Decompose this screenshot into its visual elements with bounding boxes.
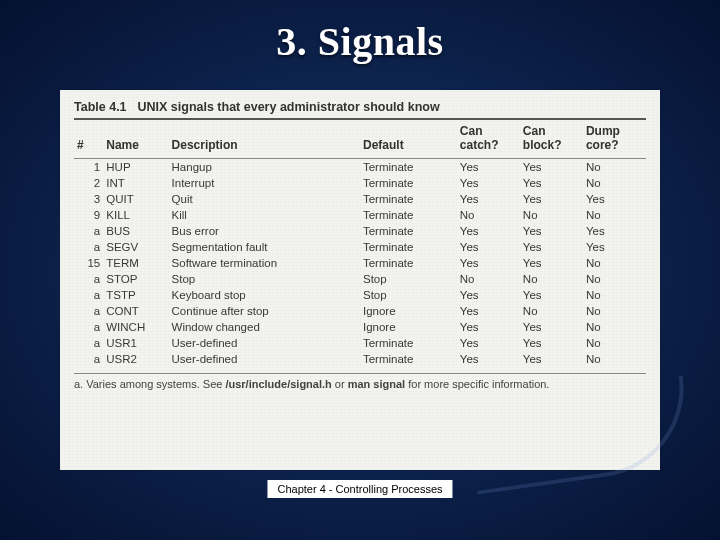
cell-num: 9	[74, 207, 103, 223]
col-header-name: Name	[103, 119, 168, 159]
cell-num: a	[74, 351, 103, 367]
cell-catch: Yes	[457, 223, 520, 239]
cell-core: No	[583, 303, 646, 319]
cell-name: STOP	[103, 271, 168, 287]
cell-block: Yes	[520, 351, 583, 367]
cell-core: No	[583, 255, 646, 271]
col-header-core: Dump core?	[583, 119, 646, 159]
table-caption-row: Table 4.1 UNIX signals that every admini…	[74, 100, 646, 114]
cell-block: No	[520, 271, 583, 287]
cell-name: SEGV	[103, 239, 168, 255]
cell-desc: Segmentation fault	[169, 239, 360, 255]
cell-catch: Yes	[457, 335, 520, 351]
cell-num: a	[74, 223, 103, 239]
cell-core: No	[583, 159, 646, 176]
table-row: aBUSBus errorTerminateYesYesYes	[74, 223, 646, 239]
cell-catch: Yes	[457, 191, 520, 207]
signals-table: # Name Description Default Can catch? Ca…	[74, 118, 646, 367]
cell-name: WINCH	[103, 319, 168, 335]
table-row: aTSTPKeyboard stopStopYesYesNo	[74, 287, 646, 303]
cell-num: a	[74, 319, 103, 335]
table-row: 3QUITQuitTerminateYesYesYes	[74, 191, 646, 207]
cell-catch: Yes	[457, 287, 520, 303]
col-header-num: #	[74, 119, 103, 159]
table-body: 1HUPHangupTerminateYesYesNo2INTInterrupt…	[74, 159, 646, 368]
cell-desc: Continue after stop	[169, 303, 360, 319]
cell-num: 3	[74, 191, 103, 207]
table-row: aUSR1User-definedTerminateYesYesNo	[74, 335, 646, 351]
table-row: 1HUPHangupTerminateYesYesNo	[74, 159, 646, 176]
cell-desc: Software termination	[169, 255, 360, 271]
cell-def: Terminate	[360, 159, 457, 176]
cell-desc: Quit	[169, 191, 360, 207]
cell-def: Stop	[360, 271, 457, 287]
cell-name: TERM	[103, 255, 168, 271]
table-row: aCONTContinue after stopIgnoreYesNoNo	[74, 303, 646, 319]
col-header-block: Can block?	[520, 119, 583, 159]
cell-num: 2	[74, 175, 103, 191]
footnote-prefix: a. Varies among systems. See	[74, 378, 225, 390]
cell-name: USR1	[103, 335, 168, 351]
cell-catch: Yes	[457, 351, 520, 367]
cell-desc: Hangup	[169, 159, 360, 176]
cell-core: Yes	[583, 191, 646, 207]
cell-core: Yes	[583, 239, 646, 255]
cell-desc: Kill	[169, 207, 360, 223]
cell-desc: User-defined	[169, 335, 360, 351]
cell-def: Terminate	[360, 239, 457, 255]
cell-core: No	[583, 207, 646, 223]
cell-name: INT	[103, 175, 168, 191]
cell-desc: Window changed	[169, 319, 360, 335]
col-header-def: Default	[360, 119, 457, 159]
cell-core: No	[583, 319, 646, 335]
footnote-suffix: for more specific information.	[405, 378, 549, 390]
cell-block: Yes	[520, 255, 583, 271]
cell-def: Stop	[360, 287, 457, 303]
cell-catch: Yes	[457, 303, 520, 319]
cell-num: a	[74, 303, 103, 319]
cell-name: QUIT	[103, 191, 168, 207]
cell-num: a	[74, 335, 103, 351]
cell-desc: Interrupt	[169, 175, 360, 191]
cell-catch: Yes	[457, 255, 520, 271]
table-panel: Table 4.1 UNIX signals that every admini…	[60, 90, 660, 470]
table-row: aSEGVSegmentation faultTerminateYesYesYe…	[74, 239, 646, 255]
cell-desc: Bus error	[169, 223, 360, 239]
table-footnote: a. Varies among systems. See /usr/includ…	[74, 373, 646, 390]
table-number: Table 4.1	[74, 100, 134, 114]
cell-def: Terminate	[360, 191, 457, 207]
cell-block: Yes	[520, 223, 583, 239]
cell-def: Terminate	[360, 335, 457, 351]
footnote-man: man signal	[348, 378, 405, 390]
table-row: aWINCHWindow changedIgnoreYesYesNo	[74, 319, 646, 335]
cell-desc: User-defined	[169, 351, 360, 367]
cell-block: Yes	[520, 175, 583, 191]
cell-def: Terminate	[360, 207, 457, 223]
cell-block: Yes	[520, 335, 583, 351]
cell-block: Yes	[520, 287, 583, 303]
table-row: 15TERMSoftware terminationTerminateYesYe…	[74, 255, 646, 271]
table-caption: UNIX signals that every administrator sh…	[137, 100, 439, 114]
cell-name: BUS	[103, 223, 168, 239]
table-row: 9KILLKillTerminateNoNoNo	[74, 207, 646, 223]
cell-def: Ignore	[360, 319, 457, 335]
cell-core: No	[583, 351, 646, 367]
cell-num: a	[74, 287, 103, 303]
cell-num: 15	[74, 255, 103, 271]
cell-block: Yes	[520, 159, 583, 176]
cell-name: USR2	[103, 351, 168, 367]
cell-name: TSTP	[103, 287, 168, 303]
cell-num: a	[74, 271, 103, 287]
table-row: aSTOPStopStopNoNoNo	[74, 271, 646, 287]
cell-def: Terminate	[360, 175, 457, 191]
col-header-catch: Can catch?	[457, 119, 520, 159]
cell-catch: Yes	[457, 239, 520, 255]
cell-block: Yes	[520, 191, 583, 207]
cell-block: Yes	[520, 239, 583, 255]
cell-core: No	[583, 175, 646, 191]
table-row: aUSR2User-definedTerminateYesYesNo	[74, 351, 646, 367]
cell-desc: Keyboard stop	[169, 287, 360, 303]
footnote-path: /usr/include/signal.h	[225, 378, 331, 390]
cell-core: No	[583, 335, 646, 351]
slide-title: 3. Signals	[0, 0, 720, 75]
